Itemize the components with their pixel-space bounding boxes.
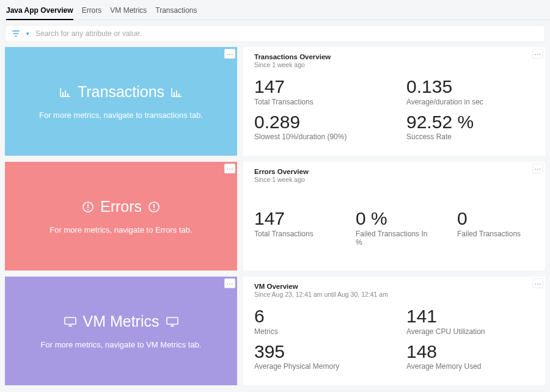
metric-label: Average CPU Utilization: [406, 327, 534, 336]
hero-errors: Errors For more metrics, navigate to Err…: [5, 162, 237, 270]
metric-label: Failed Transactions: [457, 230, 534, 238]
metrics-grid: 6 Metrics 141 Average CPU Utilization 39…: [254, 307, 534, 371]
monitor-icon: [64, 316, 77, 327]
metric-cpu-util: 141 Average CPU Utilization: [406, 307, 534, 336]
metric-label: Average Physical Memory: [254, 362, 382, 371]
filter-icon[interactable]: [12, 30, 20, 37]
tile-menu-button[interactable]: …: [532, 49, 543, 59]
hero-title-text: Transactions: [78, 83, 164, 101]
hero-title-text: VM Metrics: [83, 313, 160, 330]
metric-value: 0: [457, 209, 534, 228]
metric-label: Success Rate: [406, 132, 534, 141]
tile-menu-button[interactable]: …: [532, 164, 543, 173]
svg-rect-8: [178, 93, 180, 96]
hero-vm-metrics: VM Metrics For more metrics, navigate to…: [5, 277, 237, 385]
metric-value: 147: [254, 209, 331, 228]
metric-total-transactions: 147 Total Transactions: [254, 209, 331, 247]
panel-subtitle: Since 1 week ago: [254, 176, 534, 183]
bar-chart-icon: [59, 87, 72, 98]
tile-menu-button[interactable]: …: [224, 278, 235, 288]
metric-value: 141: [406, 307, 534, 326]
hero-title: Errors: [82, 198, 160, 216]
metric-avg-duration: 0.135 Average/duration in sec: [406, 77, 534, 106]
metric-failed-transactions: 0 Failed Transactions: [457, 209, 534, 247]
tile-menu-button[interactable]: …: [224, 164, 235, 173]
hero-subtitle: For more metrics, navigate to VM Metrics…: [41, 340, 202, 349]
tile-menu-button[interactable]: …: [224, 49, 235, 59]
panel-subtitle: Since Aug 23, 12:41 am until Aug 30, 12:…: [254, 291, 534, 298]
search-bar: ▾: [5, 25, 545, 42]
hero-title-text: Errors: [100, 198, 142, 216]
panel-title: Errors Overview: [254, 168, 534, 175]
metric-total-transactions: 147 Total Transactions: [254, 77, 382, 106]
metrics-grid: 147 Total Transactions 0 % Failed Transa…: [254, 209, 534, 247]
alert-circle-icon: [82, 201, 94, 213]
svg-point-14: [153, 208, 155, 209]
metric-value: 0.289: [254, 112, 382, 132]
metric-label: Total Transactions: [254, 230, 331, 238]
metric-label: Metrics: [254, 327, 382, 336]
svg-rect-15: [65, 318, 76, 324]
tab-transactions[interactable]: Transactions: [155, 5, 197, 20]
metric-label: Average/duration in sec: [406, 98, 534, 106]
metric-failed-percent: 0 % Failed Transactions In %: [356, 209, 433, 247]
metric-value: 0.135: [406, 77, 534, 96]
svg-rect-7: [176, 90, 177, 96]
panel-transactions-overview: … Transactions Overview Since 1 week ago…: [243, 47, 545, 156]
metric-value: 6: [254, 307, 382, 326]
metrics-grid: 147 Total Transactions 0.135 Average/dur…: [254, 77, 534, 141]
panel-vm-overview: … VM Overview Since Aug 23, 12:41 am unt…: [243, 277, 545, 385]
tile-errors-hero: … Errors For more metrics, navigate to E…: [5, 162, 237, 270]
metric-value: 395: [254, 342, 382, 361]
tile-transactions-hero: … Transactions For more metrics, navigat…: [5, 47, 237, 156]
hero-subtitle: For more metrics, navigate to transactio…: [39, 111, 203, 120]
metric-success-rate: 92.52 % Success Rate: [406, 112, 534, 142]
search-input[interactable]: [35, 29, 538, 38]
tab-errors[interactable]: Errors: [82, 5, 102, 20]
hero-title: VM Metrics: [64, 313, 179, 330]
bar-chart-icon: [170, 87, 183, 98]
panel-errors-overview: … Errors Overview Since 1 week ago 147 T…: [243, 162, 545, 270]
chevron-down-icon[interactable]: ▾: [26, 31, 29, 37]
svg-point-11: [87, 208, 89, 209]
tab-java-app-overview[interactable]: Java App Overview: [6, 5, 73, 20]
hero-subtitle: For more metrics, navigate to Errors tab…: [50, 225, 192, 234]
svg-rect-3: [62, 92, 64, 96]
metric-vm-count: 6 Metrics: [254, 307, 382, 336]
metric-mem-used: 148 Average Memory Used: [406, 342, 534, 371]
panel-title: Transactions Overview: [254, 53, 534, 60]
metric-label: Total Transactions: [254, 98, 382, 106]
metric-value: 92.52 %: [406, 112, 534, 132]
hero-title: Transactions: [59, 83, 183, 101]
svg-rect-5: [67, 93, 68, 96]
metric-label: Slowest 10%/duration (90%): [254, 132, 382, 141]
metric-label: Failed Transactions In %: [356, 230, 433, 247]
tabs-bar: Java App Overview Errors VM Metrics Tran…: [0, 0, 550, 20]
svg-rect-18: [167, 318, 178, 324]
metric-phys-mem: 395 Average Physical Memory: [254, 342, 382, 371]
svg-rect-6: [174, 92, 175, 96]
metric-label: Average Memory Used: [406, 362, 534, 371]
metric-value: 148: [406, 342, 534, 361]
metric-value: 0 %: [356, 209, 433, 228]
panel-subtitle: Since 1 week ago: [254, 61, 534, 68]
alert-circle-icon: [148, 201, 160, 213]
hero-transactions: Transactions For more metrics, navigate …: [5, 47, 237, 156]
monitor-icon: [166, 316, 179, 327]
tab-vm-metrics[interactable]: VM Metrics: [110, 5, 147, 20]
metric-slowest-10: 0.289 Slowest 10%/duration (90%): [254, 112, 382, 142]
metric-value: 147: [254, 77, 382, 96]
dashboard-grid: … Transactions For more metrics, navigat…: [0, 47, 550, 390]
tile-menu-button[interactable]: …: [532, 278, 543, 288]
panel-title: VM Overview: [254, 283, 534, 290]
tile-vm-hero: … VM Metrics For more metrics, navigate …: [5, 277, 237, 385]
svg-rect-4: [65, 90, 66, 96]
